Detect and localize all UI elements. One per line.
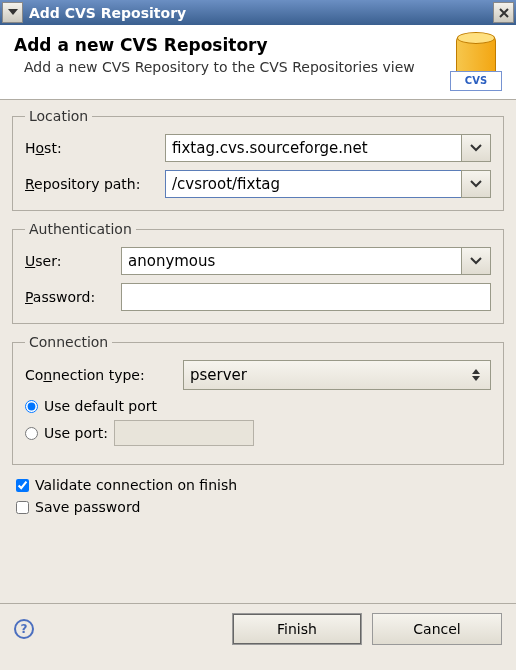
finish-button[interactable]: Finish bbox=[232, 613, 362, 645]
repository-path-input[interactable] bbox=[165, 170, 461, 198]
connection-type-label: Connection type: bbox=[25, 367, 183, 383]
window-menu-button[interactable] bbox=[2, 2, 23, 23]
cvs-icon: CVS bbox=[450, 35, 502, 91]
help-button[interactable]: ? bbox=[14, 619, 34, 639]
connection-group: Connection Connection type: pserver Use … bbox=[12, 334, 504, 465]
use-port-label: Use port: bbox=[44, 425, 108, 441]
user-dropdown-button[interactable] bbox=[461, 247, 491, 275]
password-input[interactable] bbox=[121, 283, 491, 311]
host-dropdown-button[interactable] bbox=[461, 134, 491, 162]
dialog-footer: ? Finish Cancel bbox=[0, 603, 516, 653]
dialog-banner: Add a new CVS Repository Add a new CVS R… bbox=[0, 25, 516, 100]
validate-connection-label: Validate connection on finish bbox=[35, 477, 237, 493]
use-default-port-radio[interactable] bbox=[25, 400, 38, 413]
password-label: Password: bbox=[25, 289, 121, 305]
user-input[interactable] bbox=[121, 247, 461, 275]
use-port-radio[interactable] bbox=[25, 427, 38, 440]
cancel-button[interactable]: Cancel bbox=[372, 613, 502, 645]
repository-path-label: Repository path: bbox=[25, 176, 165, 192]
close-button[interactable] bbox=[493, 2, 514, 23]
titlebar: Add CVS Repository bbox=[0, 0, 516, 25]
spin-icon bbox=[468, 369, 484, 382]
dialog-subtitle: Add a new CVS Repository to the CVS Repo… bbox=[24, 59, 450, 77]
window-title: Add CVS Repository bbox=[25, 5, 491, 21]
repository-path-dropdown-button[interactable] bbox=[461, 170, 491, 198]
host-input[interactable] bbox=[165, 134, 461, 162]
dialog-title: Add a new CVS Repository bbox=[14, 35, 450, 55]
save-password-checkbox[interactable] bbox=[16, 501, 29, 514]
connection-legend: Connection bbox=[25, 334, 112, 350]
authentication-legend: Authentication bbox=[25, 221, 136, 237]
save-password-label: Save password bbox=[35, 499, 140, 515]
use-default-port-label: Use default port bbox=[44, 398, 157, 414]
user-label: User: bbox=[25, 253, 121, 269]
host-label: Host: bbox=[25, 140, 165, 156]
validate-connection-checkbox[interactable] bbox=[16, 479, 29, 492]
port-input bbox=[114, 420, 254, 446]
location-legend: Location bbox=[25, 108, 92, 124]
connection-type-select[interactable]: pserver bbox=[183, 360, 491, 390]
authentication-group: Authentication User: Password: bbox=[12, 221, 504, 324]
location-group: Location Host: Repository path: bbox=[12, 108, 504, 211]
